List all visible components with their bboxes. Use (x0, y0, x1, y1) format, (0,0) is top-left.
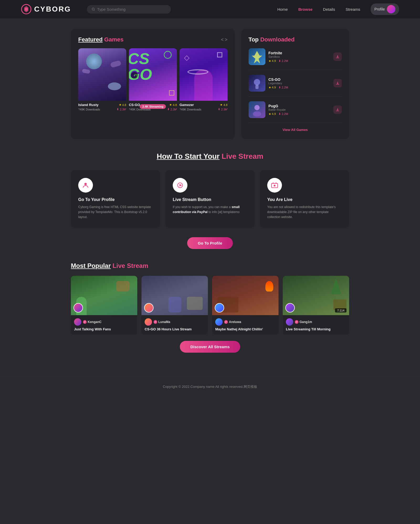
game-card-1[interactable]: Island Rusty ★4.8 249K Downloads ⬇2.3M (78, 48, 126, 111)
pubg-info: PugG Battle Royale ★4.9 ⬇2.2M (269, 104, 330, 116)
stream-info-4: ✓ Gang1m Live Streaming Till Morning (283, 315, 349, 335)
how-card-1: Go To Your Profile Cyborg Gaming is free… (71, 170, 160, 228)
top-section: Featured Games < > (71, 29, 349, 139)
stream-info-3: ✓ Areluwa Maybe Nathej Allnight Chillin' (212, 315, 279, 335)
stream-card-3[interactable]: ✓ Areluwa Maybe Nathej Allnight Chillin' (212, 276, 279, 335)
stream-title-4: Live Streaming Till Morning (286, 327, 346, 332)
svg-point-10 (254, 105, 260, 110)
how-title-pink: Live Stream (220, 152, 264, 160)
pubg-stats: ★4.9 ⬇2.2M (269, 112, 330, 116)
how-title-underline: How To Start Your (157, 152, 220, 160)
how-title: How To Start Your Live Stream (71, 152, 349, 161)
svg-marker-14 (180, 184, 182, 186)
game-rating-2: ★4.8 (169, 103, 177, 107)
search-icon (92, 7, 95, 11)
fortnite-download-btn[interactable] (333, 52, 342, 61)
stream-thumb-4: 7:114 (283, 276, 349, 315)
fortnite-genre: Sandbox (269, 55, 330, 58)
game-name-2: CS-GO (129, 103, 140, 107)
game-card-2[interactable]: CSGO 2.4K Streaming ‹ CS-GO ★4.8 (129, 48, 177, 111)
live-icon (267, 178, 282, 193)
pubg-genre: Battle Royale (269, 108, 330, 111)
game-rating-3: ★4.8 (220, 103, 227, 107)
stream-user-1: ✓ KenganC (74, 318, 134, 326)
how-card-2: Live Stream Button If you wish to suppor… (165, 170, 255, 228)
pubg-name: PugG (269, 104, 330, 108)
top-downloaded-panel: Top Downloaded Fortnite Sandbox (241, 29, 349, 139)
goto-profile-button[interactable]: Go To Profile (187, 237, 233, 249)
popular-streams-section: Most Popular Live Stream ✓ KenganC (71, 262, 349, 353)
fortnite-dl: ⬇2.2M (279, 59, 288, 63)
game-dl-2: ⬇2.3M (167, 108, 177, 111)
stream-avatar-overlay-3 (215, 303, 224, 313)
stream-username-1: ✓ KenganC (83, 320, 102, 324)
game-card-3[interactable]: Gamezer ★4.8 249K Downloads ⬇2.3M (180, 48, 228, 111)
game-info-3: Gamezer ★4.8 249K Downloads ⬇2.3M (180, 101, 228, 111)
brand-name: CYBORG (34, 5, 71, 13)
csgo-info: CS-GO Legendary ★4.9 ⬇2.2M (269, 77, 330, 89)
discover-all-streams-button[interactable]: Discover All Streams (180, 341, 240, 353)
stream-user-2: ✓ LunaMa (145, 318, 205, 326)
carousel-prev-icon[interactable]: < (221, 37, 224, 43)
search-input[interactable] (97, 7, 166, 12)
stream-card-4[interactable]: 7:114 ✓ Gang1m Live Streaming Till Morni… (283, 276, 349, 335)
top-game-fortnite[interactable]: Fortnite Sandbox ★4.9 ⬇2.2M (249, 48, 342, 70)
stream-time-badge: 7:114 (335, 308, 346, 313)
pubg-rating: ★4.9 (269, 112, 276, 116)
pubg-download-btn[interactable] (333, 105, 342, 114)
search-bar[interactable] (87, 5, 171, 14)
verified-icon-3: ✓ (224, 320, 228, 324)
game-name-1: Island Rusty (78, 103, 98, 107)
profile-step-icon (78, 178, 93, 193)
top-downloaded-title: Top Downloaded (249, 36, 342, 43)
nav-link-details[interactable]: Details (323, 7, 335, 12)
stream-card-2[interactable]: ✓ LunaMa CS-GO 36 Hours Live Stream (141, 276, 208, 335)
logo[interactable]: CYBORG (21, 4, 71, 14)
game-info-1: Island Rusty ★4.8 249K Downloads ⬇2.3M (78, 101, 126, 111)
svg-point-2 (92, 8, 94, 10)
csgo-stats: ★4.9 ⬇2.2M (269, 86, 330, 89)
stream-title-3: Maybe Nathej Allnight Chillin' (215, 327, 275, 332)
svg-point-12 (84, 183, 87, 185)
profile-button[interactable]: Profile (371, 3, 399, 15)
streams-title-underline: Most Popular (71, 262, 111, 269)
stream-avatar-overlay-4 (285, 303, 295, 313)
footer-text: Copyright © 2022.Company name All rights… (163, 385, 257, 389)
how-cards: Go To Your Profile Cyborg Gaming is free… (71, 170, 349, 228)
nav-link-browse[interactable]: Browse (298, 7, 312, 12)
svg-point-16 (274, 185, 276, 187)
stream-user-avatar-4 (286, 318, 293, 326)
stream-username-3: ✓ Areluwa (224, 320, 241, 324)
fortnite-thumb (249, 48, 265, 65)
stream-user-3: ✓ Areluwa (215, 318, 275, 326)
how-card-3: You Are Live You are not allowed to redi… (260, 170, 349, 228)
verified-icon-4: ✓ (295, 320, 298, 324)
stream-title-2: CS-GO 36 Hours Live Stream (145, 327, 205, 332)
svg-line-3 (94, 10, 94, 10)
how-card-title-2: Live Stream Button (173, 197, 247, 202)
pubg-dl: ⬇2.2M (279, 112, 288, 116)
stream-thumb-1 (71, 276, 137, 315)
carousel-controls[interactable]: < > (221, 37, 228, 43)
nav-link-streams[interactable]: Streams (345, 7, 360, 12)
stream-card-1[interactable]: ✓ KenganC Just Talking With Fans (71, 276, 137, 335)
csgo-thumb (249, 75, 265, 92)
svg-rect-8 (255, 85, 259, 89)
game-meta-3: 249K Downloads ⬇2.3M (180, 108, 228, 111)
how-card-title-3: You Are Live (267, 197, 342, 202)
stream-user-avatar-2 (145, 318, 152, 326)
how-card-text-1: Cyborg Gaming is free HTML CSS website t… (78, 205, 153, 220)
csgo-download-btn[interactable] (333, 79, 342, 87)
verified-icon-2: ✓ (154, 320, 157, 324)
logo-icon (21, 4, 32, 14)
fortnite-rating: ★4.9 (269, 59, 276, 63)
navigation: CYBORG Home Browse Details Streams Profi… (0, 0, 420, 18)
fortnite-info: Fortnite Sandbox ★4.9 ⬇2.2M (269, 51, 330, 63)
top-title-rest: Downloaded (259, 36, 295, 43)
prev-arrow[interactable]: ‹ (131, 72, 138, 79)
top-game-csgo[interactable]: CS-GO Legendary ★4.9 ⬇2.2M (249, 75, 342, 97)
nav-link-home[interactable]: Home (277, 7, 288, 12)
top-game-pubg[interactable]: PugG Battle Royale ★4.9 ⬇2.2M (249, 101, 342, 123)
carousel-next-icon[interactable]: > (225, 37, 228, 43)
view-all-games-link[interactable]: View All Games (249, 128, 342, 132)
